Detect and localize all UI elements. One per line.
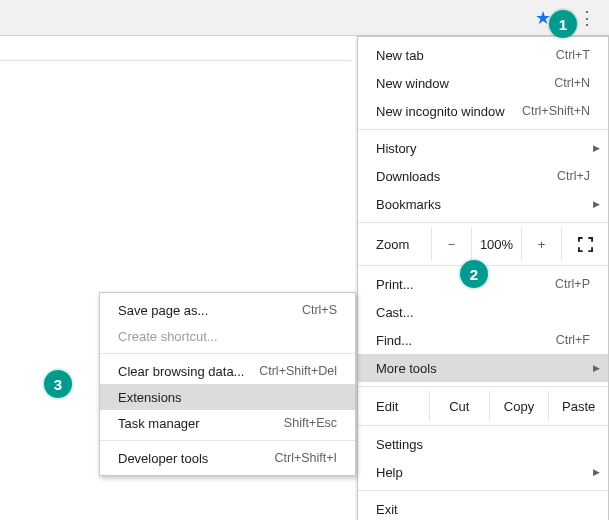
menu-separator — [358, 386, 608, 387]
menu-label: More tools — [376, 361, 590, 376]
menu-settings[interactable]: Settings — [358, 430, 608, 458]
menu-separator — [100, 440, 355, 441]
menu-label: Find... — [376, 333, 556, 348]
cut-button[interactable]: Cut — [430, 391, 490, 421]
page-divider — [0, 60, 351, 61]
menu-label: Exit — [376, 502, 590, 517]
menu-label: New window — [376, 76, 554, 91]
menu-accel: Ctrl+Shift+I — [274, 451, 337, 465]
menu-more-tools[interactable]: More tools — [358, 354, 608, 382]
paste-button[interactable]: Paste — [549, 391, 608, 421]
menu-separator — [100, 353, 355, 354]
menu-label: Save page as... — [118, 303, 302, 318]
menu-accel: Ctrl+Shift+N — [522, 104, 590, 118]
menu-accel: Ctrl+F — [556, 333, 590, 347]
menu-separator — [358, 425, 608, 426]
menu-accel: Ctrl+P — [555, 277, 590, 291]
menu-label: Bookmarks — [376, 197, 590, 212]
menu-zoom-row: Zoom − 100% + — [358, 227, 608, 261]
annotation-marker-2: 2 — [460, 260, 488, 288]
submenu-create-shortcut: Create shortcut... — [100, 323, 355, 349]
menu-new-incognito[interactable]: New incognito window Ctrl+Shift+N — [358, 97, 608, 125]
menu-accel: Ctrl+Shift+Del — [259, 364, 337, 378]
menu-new-tab[interactable]: New tab Ctrl+T — [358, 41, 608, 69]
submenu-extensions[interactable]: Extensions — [100, 384, 355, 410]
zoom-in-button[interactable]: + — [522, 227, 562, 261]
submenu-save-page[interactable]: Save page as... Ctrl+S — [100, 297, 355, 323]
menu-help[interactable]: Help — [358, 458, 608, 486]
menu-accel: Ctrl+T — [556, 48, 590, 62]
zoom-out-button[interactable]: − — [432, 227, 472, 261]
browser-toolbar: ★ ⋮ — [0, 0, 609, 36]
annotation-marker-3: 3 — [44, 370, 72, 398]
menu-label: History — [376, 141, 590, 156]
fullscreen-button[interactable] — [562, 227, 608, 261]
menu-label: Settings — [376, 437, 590, 452]
menu-label: Extensions — [118, 390, 337, 405]
menu-accel: Ctrl+N — [554, 76, 590, 90]
menu-accel: Shift+Esc — [284, 416, 337, 430]
menu-separator — [358, 222, 608, 223]
submenu-clear-data[interactable]: Clear browsing data... Ctrl+Shift+Del — [100, 358, 355, 384]
menu-separator — [358, 129, 608, 130]
menu-label: Task manager — [118, 416, 284, 431]
menu-new-window[interactable]: New window Ctrl+N — [358, 69, 608, 97]
submenu-dev-tools[interactable]: Developer tools Ctrl+Shift+I — [100, 445, 355, 471]
copy-button[interactable]: Copy — [490, 391, 550, 421]
annotation-marker-1: 1 — [549, 10, 577, 38]
menu-label: New tab — [376, 48, 556, 63]
menu-label: Developer tools — [118, 451, 274, 466]
edit-label: Edit — [358, 391, 430, 421]
fullscreen-icon — [578, 237, 593, 252]
menu-label: Downloads — [376, 169, 557, 184]
more-tools-submenu: Save page as... Ctrl+S Create shortcut..… — [99, 292, 356, 476]
menu-find[interactable]: Find... Ctrl+F — [358, 326, 608, 354]
menu-history[interactable]: History — [358, 134, 608, 162]
menu-accel: Ctrl+S — [302, 303, 337, 317]
menu-label: Help — [376, 465, 590, 480]
menu-label: Create shortcut... — [118, 329, 337, 344]
menu-downloads[interactable]: Downloads Ctrl+J — [358, 162, 608, 190]
kebab-menu-button[interactable]: ⋮ — [573, 4, 601, 32]
menu-edit-row: Edit Cut Copy Paste — [358, 391, 608, 421]
zoom-label: Zoom — [358, 227, 432, 261]
zoom-value: 100% — [472, 227, 522, 261]
menu-label: New incognito window — [376, 104, 522, 119]
menu-bookmarks[interactable]: Bookmarks — [358, 190, 608, 218]
menu-label: Clear browsing data... — [118, 364, 259, 379]
menu-exit[interactable]: Exit — [358, 495, 608, 520]
submenu-task-manager[interactable]: Task manager Shift+Esc — [100, 410, 355, 436]
menu-cast[interactable]: Cast... — [358, 298, 608, 326]
menu-separator — [358, 490, 608, 491]
menu-accel: Ctrl+J — [557, 169, 590, 183]
menu-label: Cast... — [376, 305, 590, 320]
